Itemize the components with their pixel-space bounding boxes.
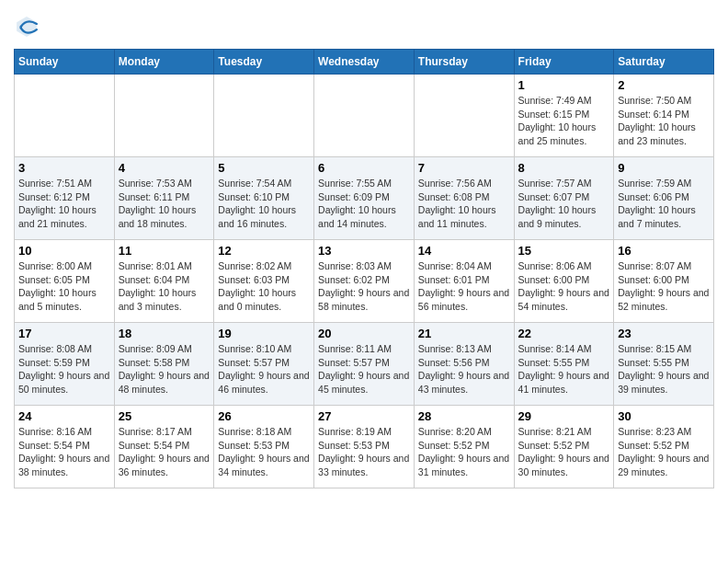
calendar-cell: 21Sunrise: 8:13 AM Sunset: 5:56 PM Dayli…	[414, 323, 514, 406]
day-number: 10	[18, 244, 110, 258]
day-number: 9	[618, 161, 710, 175]
day-number: 20	[318, 327, 410, 340]
day-number: 18	[119, 327, 210, 340]
day-info: Sunrise: 8:20 AM Sunset: 5:52 PM Dayligh…	[418, 425, 510, 479]
calendar-cell: 29Sunrise: 8:21 AM Sunset: 5:52 PM Dayli…	[514, 406, 614, 488]
calendar-week-2: 3Sunrise: 7:51 AM Sunset: 6:12 PM Daylig…	[15, 157, 714, 240]
calendar-cell: 17Sunrise: 8:08 AM Sunset: 5:59 PM Dayli…	[15, 323, 115, 406]
calendar-cell: 8Sunrise: 7:57 AM Sunset: 6:07 PM Daylig…	[514, 157, 614, 240]
day-info: Sunrise: 8:10 AM Sunset: 5:57 PM Dayligh…	[218, 342, 310, 396]
day-info: Sunrise: 8:16 AM Sunset: 5:54 PM Dayligh…	[18, 425, 110, 479]
calendar-week-3: 10Sunrise: 8:00 AM Sunset: 6:05 PM Dayli…	[15, 240, 714, 323]
day-number: 12	[218, 244, 310, 258]
calendar-cell: 2Sunrise: 7:50 AM Sunset: 6:14 PM Daylig…	[614, 75, 714, 157]
day-number: 3	[18, 161, 110, 175]
calendar-cell: 22Sunrise: 8:14 AM Sunset: 5:55 PM Dayli…	[514, 323, 614, 406]
day-info: Sunrise: 8:02 AM Sunset: 6:03 PM Dayligh…	[218, 259, 310, 314]
calendar-cell: 13Sunrise: 8:03 AM Sunset: 6:02 PM Dayli…	[314, 240, 415, 323]
calendar-cell: 7Sunrise: 7:56 AM Sunset: 6:08 PM Daylig…	[414, 157, 514, 240]
calendar-week-4: 17Sunrise: 8:08 AM Sunset: 5:59 PM Dayli…	[15, 323, 714, 406]
calendar-cell: 9Sunrise: 7:59 AM Sunset: 6:06 PM Daylig…	[614, 157, 714, 240]
calendar-cell: 10Sunrise: 8:00 AM Sunset: 6:05 PM Dayli…	[15, 240, 115, 323]
day-number: 1	[518, 78, 610, 92]
calendar-cell	[15, 75, 115, 157]
day-info: Sunrise: 8:23 AM Sunset: 5:52 PM Dayligh…	[618, 425, 710, 479]
calendar-cell	[314, 75, 415, 157]
calendar-cell: 23Sunrise: 8:15 AM Sunset: 5:55 PM Dayli…	[614, 323, 714, 406]
calendar-cell: 1Sunrise: 7:49 AM Sunset: 6:15 PM Daylig…	[514, 75, 614, 157]
calendar-week-1: 1Sunrise: 7:49 AM Sunset: 6:15 PM Daylig…	[15, 75, 714, 157]
day-info: Sunrise: 8:15 AM Sunset: 5:55 PM Dayligh…	[618, 342, 710, 396]
calendar-cell	[414, 75, 514, 157]
day-info: Sunrise: 8:19 AM Sunset: 5:53 PM Dayligh…	[318, 425, 410, 479]
day-number: 6	[318, 161, 410, 175]
calendar-cell: 30Sunrise: 8:23 AM Sunset: 5:52 PM Dayli…	[614, 406, 714, 488]
weekday-header-saturday: Saturday	[614, 50, 714, 75]
day-info: Sunrise: 8:08 AM Sunset: 5:59 PM Dayligh…	[18, 342, 110, 396]
calendar-cell: 5Sunrise: 7:54 AM Sunset: 6:10 PM Daylig…	[214, 157, 314, 240]
day-info: Sunrise: 7:49 AM Sunset: 6:15 PM Dayligh…	[518, 94, 610, 148]
day-info: Sunrise: 8:11 AM Sunset: 5:57 PM Dayligh…	[318, 342, 410, 396]
calendar-cell: 24Sunrise: 8:16 AM Sunset: 5:54 PM Dayli…	[15, 406, 115, 488]
day-info: Sunrise: 8:04 AM Sunset: 6:01 PM Dayligh…	[418, 259, 510, 314]
calendar-cell: 3Sunrise: 7:51 AM Sunset: 6:12 PM Daylig…	[15, 157, 115, 240]
calendar-cell	[214, 75, 314, 157]
day-number: 19	[218, 327, 310, 340]
day-number: 22	[518, 327, 610, 340]
logo-icon	[14, 14, 40, 40]
weekday-header-tuesday: Tuesday	[214, 50, 314, 75]
calendar-cell: 20Sunrise: 8:11 AM Sunset: 5:57 PM Dayli…	[314, 323, 415, 406]
day-number: 24	[18, 409, 110, 423]
calendar-table: SundayMondayTuesdayWednesdayThursdayFrid…	[14, 49, 714, 488]
day-number: 26	[218, 409, 310, 423]
day-info: Sunrise: 8:13 AM Sunset: 5:56 PM Dayligh…	[418, 342, 510, 396]
day-number: 2	[618, 78, 710, 92]
day-info: Sunrise: 8:09 AM Sunset: 5:58 PM Dayligh…	[119, 342, 210, 396]
calendar-cell: 14Sunrise: 8:04 AM Sunset: 6:01 PM Dayli…	[414, 240, 514, 323]
calendar-cell	[114, 75, 214, 157]
day-number: 17	[18, 327, 110, 340]
day-info: Sunrise: 7:59 AM Sunset: 6:06 PM Dayligh…	[618, 177, 710, 231]
day-info: Sunrise: 8:21 AM Sunset: 5:52 PM Dayligh…	[518, 425, 610, 479]
day-info: Sunrise: 7:53 AM Sunset: 6:11 PM Dayligh…	[119, 177, 210, 231]
day-number: 21	[418, 327, 510, 340]
calendar-cell: 12Sunrise: 8:02 AM Sunset: 6:03 PM Dayli…	[214, 240, 314, 323]
weekday-header-friday: Friday	[514, 50, 614, 75]
day-number: 29	[518, 409, 610, 423]
day-info: Sunrise: 7:54 AM Sunset: 6:10 PM Dayligh…	[218, 177, 310, 231]
day-info: Sunrise: 8:06 AM Sunset: 6:00 PM Dayligh…	[518, 259, 610, 314]
day-info: Sunrise: 8:17 AM Sunset: 5:54 PM Dayligh…	[119, 425, 210, 479]
calendar-cell: 25Sunrise: 8:17 AM Sunset: 5:54 PM Dayli…	[114, 406, 214, 488]
calendar-cell: 6Sunrise: 7:55 AM Sunset: 6:09 PM Daylig…	[314, 157, 415, 240]
weekday-header-wednesday: Wednesday	[314, 50, 415, 75]
day-info: Sunrise: 7:55 AM Sunset: 6:09 PM Dayligh…	[318, 177, 410, 231]
weekday-header-thursday: Thursday	[414, 50, 514, 75]
day-number: 23	[618, 327, 710, 340]
day-info: Sunrise: 7:50 AM Sunset: 6:14 PM Dayligh…	[618, 94, 710, 148]
day-info: Sunrise: 7:51 AM Sunset: 6:12 PM Dayligh…	[18, 177, 110, 231]
day-number: 16	[618, 244, 710, 258]
day-info: Sunrise: 7:57 AM Sunset: 6:07 PM Dayligh…	[518, 177, 610, 231]
day-number: 14	[418, 244, 510, 258]
calendar-cell: 15Sunrise: 8:06 AM Sunset: 6:00 PM Dayli…	[514, 240, 614, 323]
day-number: 13	[318, 244, 410, 258]
day-number: 7	[418, 161, 510, 175]
day-number: 28	[418, 409, 510, 423]
day-number: 8	[518, 161, 610, 175]
day-number: 5	[218, 161, 310, 175]
calendar-cell: 26Sunrise: 8:18 AM Sunset: 5:53 PM Dayli…	[214, 406, 314, 488]
weekday-header-row: SundayMondayTuesdayWednesdayThursdayFrid…	[15, 50, 714, 75]
logo	[14, 14, 43, 40]
day-number: 15	[518, 244, 610, 258]
calendar-cell: 11Sunrise: 8:01 AM Sunset: 6:04 PM Dayli…	[114, 240, 214, 323]
day-number: 30	[618, 409, 710, 423]
day-info: Sunrise: 7:56 AM Sunset: 6:08 PM Dayligh…	[418, 177, 510, 231]
day-info: Sunrise: 8:03 AM Sunset: 6:02 PM Dayligh…	[318, 259, 410, 314]
calendar-cell: 16Sunrise: 8:07 AM Sunset: 6:00 PM Dayli…	[614, 240, 714, 323]
calendar-cell: 27Sunrise: 8:19 AM Sunset: 5:53 PM Dayli…	[314, 406, 415, 488]
page-header	[14, 14, 714, 40]
calendar-cell: 18Sunrise: 8:09 AM Sunset: 5:58 PM Dayli…	[114, 323, 214, 406]
calendar-week-5: 24Sunrise: 8:16 AM Sunset: 5:54 PM Dayli…	[15, 406, 714, 488]
day-info: Sunrise: 8:00 AM Sunset: 6:05 PM Dayligh…	[18, 259, 110, 314]
day-number: 4	[119, 161, 210, 175]
